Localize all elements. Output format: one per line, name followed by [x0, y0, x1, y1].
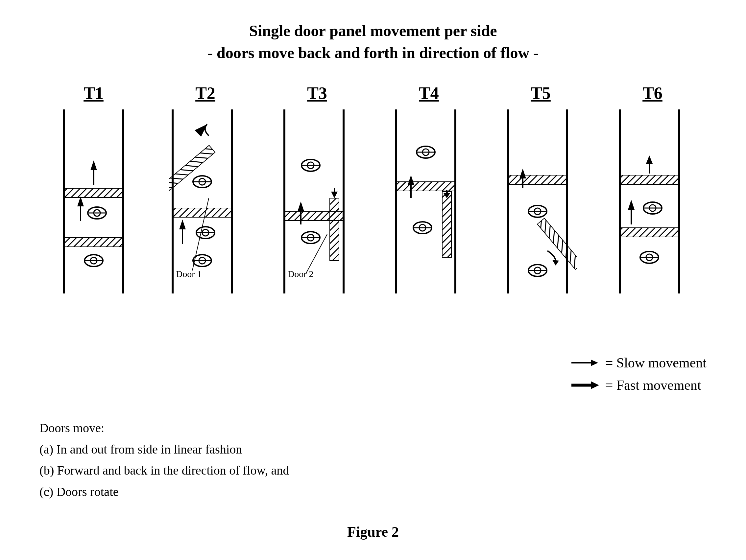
time-label-t5: T5 — [530, 84, 551, 103]
figure-label: Figure 2 — [347, 524, 399, 540]
time-col-t3: T3 — [261, 84, 373, 293]
svg-marker-42 — [297, 202, 304, 211]
time-col-t4: T4 — [373, 84, 485, 293]
time-col-t1: T1 — [38, 84, 150, 293]
page: Single door panel movement per side - do… — [0, 0, 746, 560]
legend-fast: = Fast movement — [570, 377, 707, 393]
svg-rect-69 — [508, 175, 567, 184]
svg-marker-96 — [591, 360, 598, 366]
time-label-t3: T3 — [307, 84, 327, 103]
svg-marker-98 — [591, 382, 599, 389]
svg-rect-3 — [64, 238, 123, 247]
title: Single door panel movement per side - do… — [207, 20, 539, 64]
svg-rect-20 — [173, 208, 232, 217]
svg-marker-88 — [628, 200, 635, 210]
svg-text:Door 1: Door 1 — [176, 269, 202, 279]
fast-arrow-icon — [570, 379, 599, 391]
svg-rect-54 — [396, 182, 455, 191]
scene-t6 — [616, 110, 689, 293]
svg-marker-22 — [179, 219, 186, 229]
time-label-t6: T6 — [642, 84, 662, 103]
legend-slow-text: = Slow movement — [605, 355, 707, 371]
time-col-t6: T6 — [597, 84, 709, 293]
svg-marker-86 — [646, 155, 653, 164]
svg-rect-84 — [620, 228, 679, 237]
time-label-t4: T4 — [419, 84, 439, 103]
svg-rect-18 — [169, 146, 215, 190]
svg-marker-63 — [408, 175, 414, 185]
bottom-text: Doors move: (a) In and out from side in … — [39, 417, 289, 502]
slow-arrow-icon — [570, 357, 599, 369]
svg-marker-73 — [519, 169, 526, 178]
svg-rect-83 — [620, 175, 679, 184]
svg-marker-7 — [77, 197, 84, 206]
svg-text:Door 2: Door 2 — [288, 269, 314, 279]
svg-marker-5 — [90, 160, 97, 170]
svg-rect-55 — [442, 191, 452, 257]
svg-rect-38 — [284, 211, 344, 220]
scene-t1 — [61, 110, 126, 293]
legend-slow: = Slow movement — [570, 355, 707, 371]
legend-fast-text: = Fast movement — [605, 377, 701, 393]
time-col-t5: T5 — [485, 84, 597, 293]
legend-area: = Slow movement = Fast movement — [570, 355, 707, 393]
scene-t3: Door 2 — [281, 110, 353, 293]
time-label-t2: T2 — [195, 84, 216, 103]
svg-rect-37 — [330, 198, 339, 261]
title-line1: Single door panel movement per side — [207, 20, 539, 42]
svg-marker-71 — [552, 260, 559, 266]
bottom-item-b: (b) Forward and back in the direction of… — [39, 460, 289, 481]
diagram-area: T1 — [26, 84, 720, 293]
time-label-t1: T1 — [84, 84, 104, 103]
svg-rect-2 — [64, 188, 123, 198]
bottom-item-c: (c) Doors rotate — [39, 481, 289, 502]
scene-t5 — [505, 110, 577, 293]
scene-t2: Door 1 — [169, 110, 242, 293]
scene-t4 — [393, 110, 465, 293]
title-line2: - doors move back and forth in direction… — [207, 42, 539, 64]
bottom-header: Doors move: — [39, 417, 289, 439]
time-col-t2: T2 — [150, 84, 261, 293]
bottom-item-a: (a) In and out from side in linear fashi… — [39, 439, 289, 460]
svg-marker-40 — [331, 191, 338, 198]
